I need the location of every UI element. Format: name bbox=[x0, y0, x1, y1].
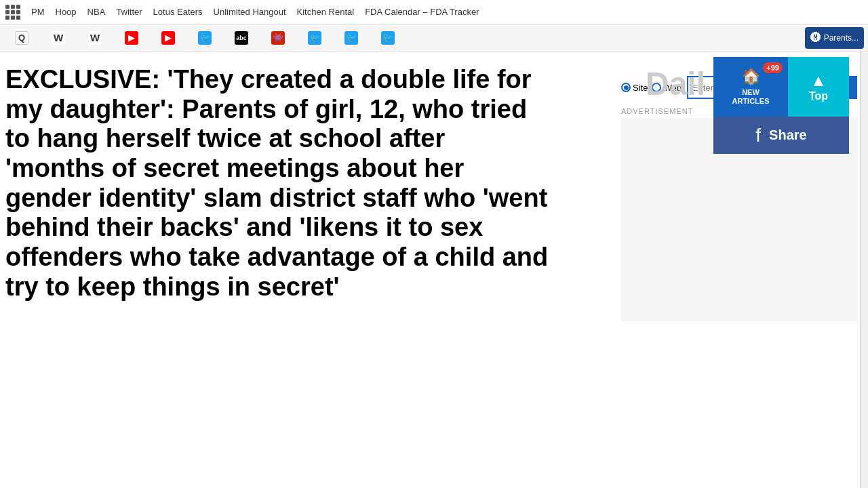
bookmark-parents[interactable]: 🅜 Parents... bbox=[805, 27, 864, 49]
widget-row: +99 🏠 NEWARTICLES ▲ Top bbox=[713, 57, 849, 117]
bookmarks-bar: Q W W ▶ ▶ 🐦 abc 👾 🐦 🐦 🐦 🅜 Parents... bbox=[0, 24, 868, 52]
bookmark-twitter3[interactable]: 🐦 bbox=[334, 27, 369, 49]
share-label: Share bbox=[769, 127, 807, 143]
radio-site-dot bbox=[621, 83, 631, 92]
new-articles-button[interactable]: +99 🏠 NEWARTICLES bbox=[713, 57, 788, 117]
nav-fda-calendar[interactable]: FDA Calendar – FDA Tracker bbox=[365, 7, 479, 17]
search-radio-group: Site Web bbox=[621, 83, 682, 93]
bookmark-red[interactable]: 👾 bbox=[260, 27, 296, 49]
nav-bar: PM Hoop NBA Twitter Lotus Eaters Unlimit… bbox=[0, 0, 868, 24]
facebook-icon: f bbox=[755, 125, 761, 146]
abc-icon: abc bbox=[235, 31, 248, 45]
bookmark-q[interactable]: Q bbox=[4, 27, 39, 49]
bookmark-twitter2[interactable]: 🐦 bbox=[297, 27, 332, 49]
new-articles-label: NEWARTICLES bbox=[732, 88, 770, 106]
twitter4-icon: 🐦 bbox=[381, 31, 395, 45]
nav-lotus-eaters[interactable]: Lotus Eaters bbox=[153, 7, 203, 17]
youtube2-icon: ▶ bbox=[161, 31, 175, 45]
scrollbar[interactable] bbox=[860, 52, 868, 488]
wikipedia2-icon: W bbox=[88, 31, 102, 45]
nav-pm[interactable]: PM bbox=[31, 7, 45, 17]
article-headline: EXCLUSIVE: 'They created a double life f… bbox=[0, 65, 556, 302]
q-icon: Q bbox=[15, 31, 28, 45]
bookmark-wiki2[interactable]: W bbox=[77, 27, 113, 49]
radio-site-label: Site bbox=[633, 83, 648, 93]
share-button[interactable]: f Share bbox=[713, 117, 849, 154]
nav-kitchen-rental[interactable]: Kitchen Rental bbox=[297, 7, 355, 17]
main-wrapper: Dail EXCLUSIVE: 'They created a double l… bbox=[0, 52, 868, 488]
top-arrow-icon: ▲ bbox=[810, 71, 827, 90]
bookmark-youtube2[interactable]: ▶ bbox=[151, 27, 186, 49]
radio-site[interactable]: Site bbox=[621, 83, 648, 93]
nav-unlimited-hangout[interactable]: Unlimited Hangout bbox=[214, 7, 286, 17]
nav-nba[interactable]: NBA bbox=[87, 7, 106, 17]
bookmark-abc[interactable]: abc bbox=[224, 27, 259, 49]
twitter2-icon: 🐦 bbox=[308, 31, 321, 45]
youtube-icon: ▶ bbox=[125, 31, 138, 45]
top-button[interactable]: ▲ Top bbox=[788, 57, 849, 117]
twitter-icon: 🐦 bbox=[198, 31, 212, 45]
bookmark-wiki1[interactable]: W bbox=[41, 27, 76, 49]
bookmark-twitter1[interactable]: 🐦 bbox=[187, 27, 222, 49]
twitter3-icon: 🐦 bbox=[344, 31, 358, 45]
radio-web-dot bbox=[652, 83, 661, 92]
house-icon: 🏠 bbox=[742, 68, 760, 85]
red-icon: 👾 bbox=[271, 31, 285, 45]
nav-twitter[interactable]: Twitter bbox=[116, 7, 142, 17]
nav-hoop[interactable]: Hoop bbox=[56, 7, 77, 17]
top-label: Top bbox=[809, 90, 828, 102]
new-articles-badge: +99 bbox=[763, 62, 783, 73]
parents-icon: 🅜 bbox=[810, 32, 821, 44]
bookmark-twitter4[interactable]: 🐦 bbox=[370, 27, 406, 49]
article-area: Dail EXCLUSIVE: 'They created a double l… bbox=[0, 52, 610, 488]
wikipedia-icon: W bbox=[52, 31, 65, 45]
parents-label: Parents... bbox=[824, 33, 859, 43]
apps-icon[interactable] bbox=[5, 5, 20, 20]
radio-web-label: Web bbox=[663, 83, 682, 93]
bookmark-youtube1[interactable]: ▶ bbox=[114, 27, 149, 49]
widget-panel: +99 🏠 NEWARTICLES ▲ Top f Share bbox=[713, 57, 849, 154]
radio-web[interactable]: Web bbox=[652, 83, 682, 93]
